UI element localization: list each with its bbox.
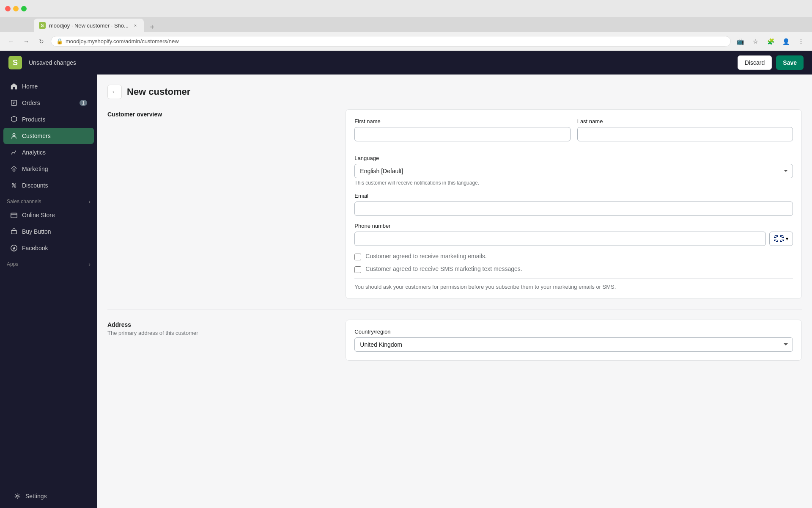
apps-label: Apps: [7, 261, 18, 267]
phone-group: Phone number ▾: [354, 223, 793, 246]
first-name-input[interactable]: [354, 127, 570, 141]
phone-country-chevron: ▾: [786, 236, 788, 242]
sales-channels-section[interactable]: Sales channels ›: [0, 194, 97, 207]
svg-point-2: [13, 169, 15, 171]
country-select[interactable]: United Kingdom United States Canada Aust…: [354, 337, 793, 352]
profile-icon[interactable]: 👤: [780, 36, 792, 47]
first-name-group: First name: [354, 118, 570, 141]
back-button[interactable]: ←: [107, 85, 122, 99]
maximize-dot[interactable]: [21, 6, 27, 11]
sidebar-item-analytics-label: Analytics: [22, 149, 46, 156]
products-icon: [10, 116, 18, 123]
svg-rect-6: [11, 213, 17, 218]
country-label: Country/region: [354, 329, 793, 335]
address-desc: The primary address of this customer: [107, 330, 335, 336]
sidebar-item-facebook-label: Facebook: [22, 245, 48, 251]
marketing-note: You should ask your customers for permis…: [354, 278, 793, 290]
marketing-sms-checkbox[interactable]: [354, 266, 361, 273]
page-title: New customer: [127, 86, 190, 97]
sidebar-item-customers[interactable]: Customers: [3, 128, 94, 144]
sidebar-item-discounts-label: Discounts: [22, 182, 48, 189]
address-card: Country/region United Kingdom United Sta…: [346, 320, 802, 361]
svg-line-5: [12, 184, 16, 188]
menu-icon[interactable]: ⋮: [795, 36, 807, 47]
sales-channels-label: Sales channels: [7, 199, 41, 204]
language-select[interactable]: English [Default] French German Spanish: [354, 164, 793, 178]
minimize-dot[interactable]: [13, 6, 19, 11]
sidebar-item-orders-label: Orders: [22, 99, 40, 106]
discounts-icon: [10, 182, 18, 189]
first-name-label: First name: [354, 118, 570, 124]
orders-badge: 1: [80, 100, 87, 106]
name-row: First name Last name: [354, 118, 793, 148]
sidebar-item-analytics[interactable]: Analytics: [3, 144, 94, 160]
sidebar-item-settings-label: Settings: [25, 493, 47, 500]
last-name-label: Last name: [577, 118, 793, 124]
customer-overview-section: Customer overview First name Last name: [107, 109, 802, 299]
lock-icon: 🔒: [56, 38, 63, 44]
sidebar-item-marketing[interactable]: Marketing: [3, 161, 94, 177]
sidebar-item-facebook[interactable]: Facebook: [3, 240, 94, 256]
last-name-group: Last name: [577, 118, 793, 148]
email-label: Email: [354, 193, 793, 199]
customer-overview-label: Customer overview: [107, 109, 335, 118]
tab-title: moodjoy · New customer · Sho...: [49, 22, 129, 29]
sidebar-item-home-label: Home: [22, 83, 38, 90]
sidebar-item-marketing-label: Marketing: [22, 166, 48, 172]
tab-favicon: S: [39, 22, 46, 29]
analytics-icon: [10, 149, 18, 156]
email-group: Email: [354, 193, 793, 216]
unsaved-changes-label: Unsaved changes: [29, 59, 76, 66]
sidebar-item-discounts[interactable]: Discounts: [3, 177, 94, 193]
sidebar-item-orders[interactable]: Orders 1: [3, 95, 94, 111]
marketing-email-checkbox-label: Customer agreed to receive marketing ema…: [365, 253, 486, 260]
svg-rect-0: [11, 100, 17, 106]
sales-channels-chevron: ›: [88, 198, 91, 205]
sidebar: Home Orders 1 Products: [0, 75, 97, 508]
phone-input[interactable]: [354, 232, 766, 246]
new-tab-button[interactable]: +: [147, 22, 157, 32]
email-input[interactable]: [354, 202, 793, 216]
sidebar-item-products-label: Products: [22, 116, 45, 123]
sidebar-item-online-store[interactable]: Online Store: [3, 207, 94, 223]
last-name-input[interactable]: [577, 127, 793, 141]
sidebar-item-buy-button[interactable]: Buy Button: [3, 224, 94, 240]
sidebar-item-settings[interactable]: Settings: [7, 488, 91, 504]
back-button[interactable]: ←: [5, 36, 17, 47]
apps-chevron: ›: [88, 261, 91, 268]
close-dot[interactable]: [5, 6, 11, 11]
bookmark-icon[interactable]: ☆: [749, 36, 761, 47]
home-icon: [10, 83, 18, 90]
save-button[interactable]: Save: [776, 55, 804, 70]
discard-button[interactable]: Discard: [738, 55, 772, 70]
language-label: Language: [354, 155, 793, 161]
marketing-email-checkbox[interactable]: [354, 254, 361, 260]
sidebar-item-buy-button-label: Buy Button: [22, 228, 51, 235]
svg-point-4: [14, 186, 16, 188]
uk-flag-icon: [774, 235, 784, 242]
phone-input-wrapper: ▾: [354, 232, 793, 246]
address-bar[interactable]: 🔒 moodjoy.myshopify.com/admin/customers/…: [51, 36, 731, 47]
browser-tab[interactable]: S moodjoy · New customer · Sho... ×: [34, 19, 144, 32]
svg-point-9: [16, 495, 19, 497]
language-group: Language English [Default] French German…: [354, 155, 793, 186]
extensions-icon[interactable]: 🧩: [765, 36, 776, 47]
forward-button[interactable]: →: [20, 36, 32, 47]
phone-country-button[interactable]: ▾: [769, 232, 793, 246]
settings-icon: [14, 492, 21, 500]
main-content: ← New customer Customer overview First n…: [97, 75, 812, 508]
cast-icon[interactable]: 📺: [734, 36, 746, 47]
facebook-icon: [10, 244, 18, 252]
section-divider: [107, 309, 802, 309]
page-header: ← New customer: [107, 85, 802, 99]
orders-icon: [10, 99, 18, 107]
country-group: Country/region United Kingdom United Sta…: [354, 329, 793, 352]
sidebar-item-home[interactable]: Home: [3, 78, 94, 94]
marketing-sms-checkbox-label: Customer agreed to receive SMS marketing…: [365, 265, 522, 272]
refresh-button[interactable]: ↻: [36, 36, 47, 47]
shopify-logo: S: [8, 56, 22, 69]
sidebar-item-products[interactable]: Products: [3, 111, 94, 127]
apps-section[interactable]: Apps ›: [0, 257, 97, 269]
marketing-icon: [10, 165, 18, 173]
tab-close-button[interactable]: ×: [132, 22, 139, 29]
